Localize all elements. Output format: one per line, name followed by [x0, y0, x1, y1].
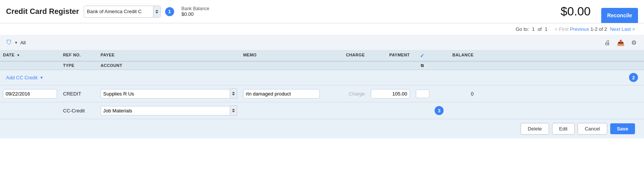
td-type: CC-Credit: [60, 105, 98, 117]
td-cleared: [413, 86, 432, 101]
filter-row: ⛉ ▼ All 🖨 📤 ⚙: [0, 35, 644, 50]
subcol-memo2: [240, 62, 323, 70]
sort-arrow-icon: ▼: [17, 53, 20, 57]
td-payee: [98, 85, 240, 102]
transaction-row-2-wrapper: CC-Credit 3 Delete Edit: [0, 102, 644, 138]
charge-placeholder: Charge: [326, 91, 365, 97]
td-balance-2: 3: [432, 103, 477, 118]
filter-icon[interactable]: ⛉: [6, 39, 12, 46]
page-title: Credit Card Register: [6, 7, 79, 16]
col-memo: MEMO: [240, 50, 323, 61]
bank-balance: Bank Balance $0.00: [182, 6, 209, 17]
col-check: ✓: [413, 50, 432, 61]
total-pages: 1: [545, 26, 547, 32]
subcol-charge2: [323, 62, 368, 70]
pagination-row: Go to: 1 of 1 < First Previous 1-2 of 2 …: [0, 23, 644, 35]
app-container: Credit Card Register 1 Bank Balance $0.0…: [0, 0, 644, 194]
export-button[interactable]: 📤: [615, 38, 626, 47]
td-cleared-2: [413, 108, 432, 114]
subcol-payment2: [368, 62, 413, 70]
add-cc-credit-row[interactable]: Add CC Credit ▼ 2: [0, 70, 644, 85]
ref-no-value: CREDIT: [63, 91, 81, 97]
date-input[interactable]: [3, 89, 57, 99]
action-row: Delete Edit Cancel Save: [0, 119, 644, 138]
td-payment-2: [368, 108, 413, 114]
account-input[interactable]: [84, 9, 153, 14]
td-charge-2: [323, 108, 368, 114]
current-page: 1: [532, 26, 534, 32]
filter-right: 🖨 📤 ⚙: [603, 38, 638, 47]
add-cc-arrow-icon[interactable]: ▼: [40, 76, 44, 80]
subcol-copy: ⧉: [413, 62, 432, 70]
td-balance: 0: [432, 88, 477, 100]
col-payment: PAYMENT: [368, 50, 413, 61]
td-memo: [240, 86, 323, 102]
transaction-row-1: CREDIT Charge 0: [0, 85, 644, 102]
col-balance: BALANCE: [432, 50, 477, 61]
account-arrows[interactable]: [153, 6, 160, 17]
account-dropdown-button[interactable]: [230, 105, 237, 116]
td-date: [0, 86, 60, 102]
td-account: [98, 102, 240, 119]
payee-wrapper: [101, 88, 237, 99]
account-input-field[interactable]: [101, 106, 230, 115]
goto-label: Go to:: [516, 26, 529, 32]
payee-input[interactable]: [101, 89, 230, 99]
save-button[interactable]: Save: [610, 123, 635, 134]
reconcile-button[interactable]: Reconcile: [601, 8, 638, 23]
add-cc-credit-label[interactable]: Add CC Credit: [6, 75, 38, 80]
transaction-row-2: CC-Credit 3: [0, 102, 644, 119]
first-page-link[interactable]: < First: [555, 26, 568, 32]
badge-3: 3: [435, 106, 444, 115]
subcol-balance2: [432, 62, 477, 70]
badge-1: 1: [165, 7, 174, 16]
bank-balance-value: $0.00: [182, 11, 209, 17]
col-date[interactable]: DATE ▼: [0, 50, 60, 61]
settings-button[interactable]: ⚙: [630, 38, 638, 47]
td-memo-2: [240, 108, 323, 114]
arrow-up-icon: [155, 10, 158, 11]
account-wrapper: [101, 105, 237, 116]
previous-page-link[interactable]: Previous: [570, 26, 589, 32]
td-ref-no: CREDIT: [60, 88, 98, 100]
edit-button[interactable]: Edit: [552, 123, 575, 135]
bank-balance-label: Bank Balance: [182, 6, 209, 11]
header: Credit Card Register 1 Bank Balance $0.0…: [0, 0, 644, 23]
balance-display: $0.00: [561, 5, 591, 18]
subcol-account: ACCOUNT: [98, 62, 240, 70]
delete-button[interactable]: Delete: [521, 123, 549, 135]
type-value: CC-Credit: [63, 108, 85, 114]
td-date-2: [0, 108, 60, 114]
col-payee: PAYEE: [98, 50, 240, 61]
print-button[interactable]: 🖨: [603, 39, 612, 47]
filter-left: ⛉ ▼ All: [6, 39, 26, 46]
next-page-link[interactable]: Next: [610, 26, 620, 32]
payment-input[interactable]: [371, 89, 410, 99]
memo-input[interactable]: [243, 89, 320, 99]
td-charge[interactable]: Charge: [323, 88, 368, 100]
subcol-type: TYPE: [60, 62, 98, 70]
of-label: of: [538, 26, 542, 32]
account-arrow-up-icon: [232, 109, 235, 110]
col-charge: CHARGE: [323, 50, 368, 61]
subcol-date: [0, 62, 60, 70]
payee-arrow-up-icon: [232, 92, 235, 93]
last-page-link[interactable]: Last >: [621, 26, 635, 32]
arrow-down-icon: [155, 12, 158, 14]
col-ref-no: REF NO.: [60, 50, 98, 61]
account-selector[interactable]: [84, 6, 161, 18]
table-subheader: TYPE ACCOUNT ⧉: [0, 62, 644, 70]
filter-label: All: [20, 40, 26, 45]
range-label: 1-2 of 2: [590, 26, 607, 32]
table-header: DATE ▼ REF NO. PAYEE MEMO CHARGE PAYMENT…: [0, 50, 644, 62]
cancel-button[interactable]: Cancel: [578, 123, 607, 135]
account-arrow-down-icon: [232, 111, 235, 112]
cleared-input[interactable]: [416, 89, 429, 98]
filter-arrow-icon[interactable]: ▼: [14, 41, 18, 45]
td-payment: [368, 86, 413, 102]
payee-dropdown-button[interactable]: [230, 88, 237, 99]
payee-arrow-down-icon: [232, 94, 235, 95]
badge-2: 2: [629, 73, 638, 82]
